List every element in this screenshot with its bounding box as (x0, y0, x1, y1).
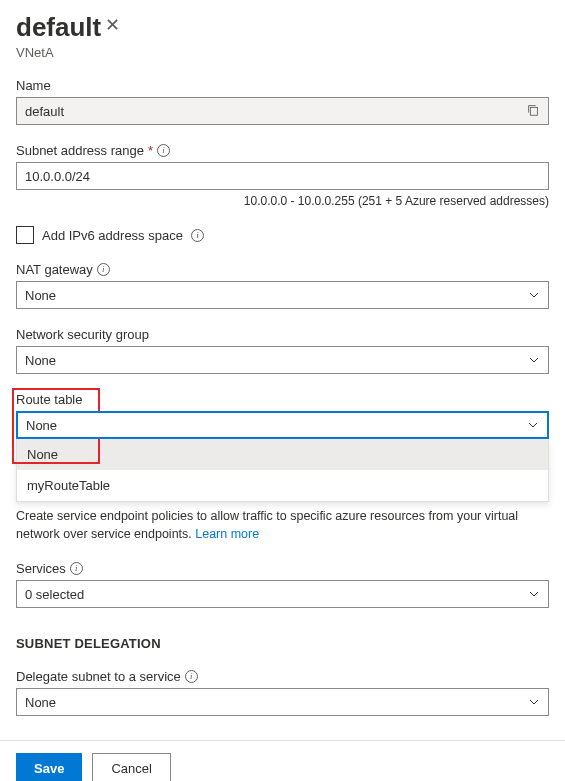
route-table-label: Route table (16, 392, 83, 407)
services-select[interactable]: 0 selected (16, 580, 549, 608)
blade-subtitle: VNetA (16, 45, 101, 60)
chevron-down-icon (528, 289, 540, 301)
chevron-down-icon (528, 696, 540, 708)
delegate-select[interactable]: None (16, 688, 549, 716)
route-table-select[interactable]: None (16, 411, 549, 439)
learn-more-link[interactable]: Learn more (195, 527, 259, 541)
chevron-down-icon (528, 588, 540, 600)
name-field: default (16, 97, 549, 125)
services-value: 0 selected (25, 587, 84, 602)
cancel-button[interactable]: Cancel (92, 753, 170, 781)
subnet-range-field[interactable] (16, 162, 549, 190)
name-label: Name (16, 78, 549, 93)
nsg-value: None (25, 353, 56, 368)
route-table-option-myroutetable[interactable]: myRouteTable (17, 470, 548, 501)
delegate-value: None (25, 695, 56, 710)
required-indicator: * (148, 143, 153, 158)
subnet-delegation-heading: SUBNET DELEGATION (16, 636, 549, 651)
info-icon[interactable]: i (191, 229, 204, 242)
service-endpoints-help: Create service endpoint policies to allo… (16, 508, 549, 543)
name-value: default (25, 104, 64, 119)
route-table-option-none[interactable]: None (17, 439, 548, 470)
chevron-down-icon (527, 419, 539, 431)
save-button[interactable]: Save (16, 753, 82, 781)
route-table-dropdown: None myRouteTable (16, 439, 549, 502)
nat-gateway-select[interactable]: None (16, 281, 549, 309)
nat-gateway-value: None (25, 288, 56, 303)
subnet-range-label: Subnet address range (16, 143, 144, 158)
nsg-select[interactable]: None (16, 346, 549, 374)
nsg-label: Network security group (16, 327, 149, 342)
info-icon[interactable]: i (70, 562, 83, 575)
nat-gateway-label: NAT gateway (16, 262, 93, 277)
copy-icon[interactable] (526, 103, 540, 120)
route-table-value: None (26, 418, 57, 433)
services-label: Services (16, 561, 66, 576)
info-icon[interactable]: i (185, 670, 198, 683)
ipv6-checkbox[interactable] (16, 226, 34, 244)
svg-rect-0 (530, 107, 537, 115)
delegate-label: Delegate subnet to a service (16, 669, 181, 684)
blade-title: default (16, 12, 101, 43)
subnet-range-input[interactable] (25, 163, 540, 189)
subnet-range-hint: 10.0.0.0 - 10.0.0.255 (251 + 5 Azure res… (16, 194, 549, 208)
chevron-down-icon (528, 354, 540, 366)
close-icon[interactable]: ✕ (101, 12, 124, 38)
info-icon[interactable]: i (157, 144, 170, 157)
info-icon[interactable]: i (97, 263, 110, 276)
ipv6-label: Add IPv6 address space (42, 228, 183, 243)
